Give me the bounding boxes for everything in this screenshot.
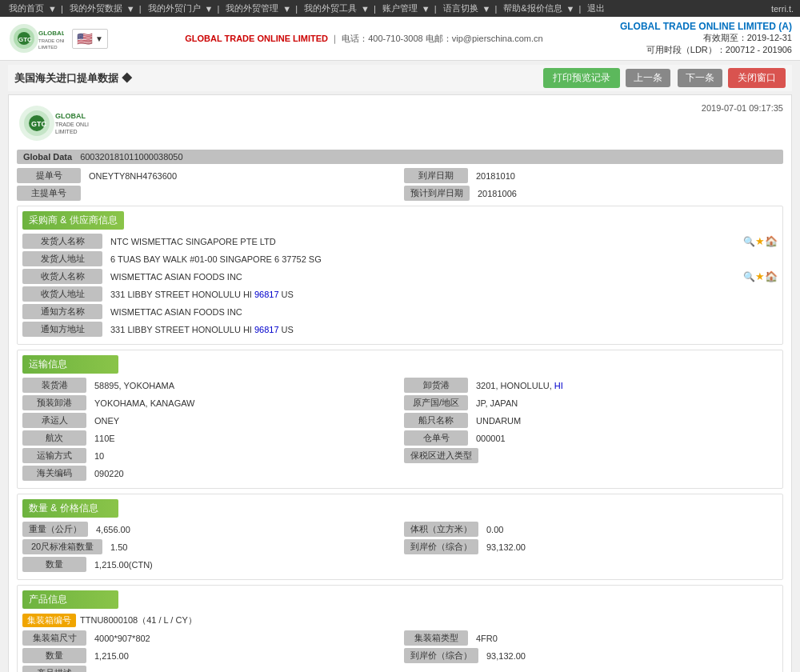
volume-value: 0.00 xyxy=(482,523,778,536)
notify-name-row: 通知方名称 WISMETTAC ASIAN FOODS INC xyxy=(22,304,778,319)
product-price-col: 到岸价（综合） 93,132.00 xyxy=(404,648,778,663)
contact-phone: ｜ 电话：400-710-3008 xyxy=(330,34,423,43)
container-type-label: 集装箱类型 xyxy=(404,630,468,646)
container-type-col: 集装箱类型 4FR0 xyxy=(404,630,778,646)
svg-text:TRADE ONLINE: TRADE ONLINE xyxy=(55,122,89,127)
bill-no-label: 提单号 xyxy=(17,168,81,183)
consignee-home-icon[interactable]: 🏠 xyxy=(765,270,778,282)
nav-logout[interactable]: 退出 xyxy=(587,2,605,14)
next-button-top[interactable]: 下一条 xyxy=(678,69,722,87)
customs-label: 海关编码 xyxy=(22,466,86,481)
shipper-star-icon[interactable]: ★ xyxy=(755,235,765,247)
load-place-col: 预装卸港 YOKOHAMA, KANAGAW xyxy=(22,395,396,410)
buyer-seller-section: 采购商 & 供应商信息 发货人名称 NTC WISMETTAC SINGAPOR… xyxy=(17,206,783,345)
transport-mode-value: 10 xyxy=(90,450,396,462)
carrier-value: ONEY xyxy=(90,414,396,427)
est-date-label: 预计到岸日期 xyxy=(404,186,470,201)
consignee-addr-hi: 96817 xyxy=(254,290,279,299)
nav-tools[interactable]: 我的外贸工具 xyxy=(304,2,357,14)
origin-value: JP, JAPAN xyxy=(472,397,778,410)
global-data-section: Global Data 600320181011000038050 提单号 ON… xyxy=(17,150,783,201)
transport-row1: 装货港 58895, YOKOHAMA 卸货港 3201, HONOLULU, … xyxy=(22,378,778,393)
date-value: 20181010 xyxy=(472,170,783,182)
svg-text:GTC: GTC xyxy=(18,36,32,43)
date-col: 到岸日期 20181010 xyxy=(404,168,783,183)
load-port-col: 装货港 58895, YOKOHAMA xyxy=(22,378,396,393)
customs-row: 海关编码 090220 xyxy=(22,466,778,481)
date-label: 到岸日期 xyxy=(404,168,468,183)
nav-portal[interactable]: 我的外贸门户 xyxy=(148,2,201,14)
quantity-price-header: 数量 & 价格信息 xyxy=(22,499,118,518)
consignee-search-icon[interactable]: 🔍 xyxy=(743,271,755,282)
consignee-addr-post: US xyxy=(279,290,294,299)
notify-addr-value: 331 LIBBY STREET HONOLULU HI 96817 US xyxy=(106,323,778,336)
qty-row1: 重量（公斤） 4,656.00 体积（立方米） 0.00 xyxy=(22,522,778,537)
nav-home[interactable]: 我的首页 xyxy=(9,2,44,14)
vessel-value: UNDARUM xyxy=(472,414,778,427)
notify-value: WISMETTAC ASIAN FOODS INC xyxy=(106,306,778,318)
prev-button-top[interactable]: 上一条 xyxy=(626,69,670,87)
consignee-star-icon[interactable]: ★ xyxy=(755,270,765,282)
svg-text:GLOBAL: GLOBAL xyxy=(55,112,86,120)
load-place-value: YOKOHAMA, KANAGAW xyxy=(90,397,396,410)
weight-value: 4,656.00 xyxy=(92,523,396,536)
volume-col: 体积（立方米） 0.00 xyxy=(404,522,778,537)
qty-label: 数量 xyxy=(22,557,86,572)
transport-section: 运输信息 装货港 58895, YOKOHAMA 卸货港 3201, HONOL… xyxy=(17,350,783,489)
voyage-label: 航次 xyxy=(22,430,86,446)
print-preview-button-top[interactable]: 打印预览记录 xyxy=(543,68,620,88)
transport-row3: 承运人 ONEY 船只名称 UNDARUM xyxy=(22,413,778,428)
product-qty-label: 数量 xyxy=(22,648,86,663)
shipper-home-icon[interactable]: 🏠 xyxy=(765,235,778,247)
master-bill-col: 主提单号 xyxy=(17,186,396,201)
quantity-price-section: 数量 & 价格信息 重量（公斤） 4,656.00 体积（立方米） 0.00 2… xyxy=(17,494,783,580)
est-date-col: 预计到岸日期 20181006 xyxy=(404,186,783,201)
bonded-col: 保税区进入类型 xyxy=(404,448,778,463)
shipper-label: 发货人名称 xyxy=(22,234,102,249)
transport-header: 运输信息 xyxy=(22,355,118,374)
vessel-label: 船只名称 xyxy=(404,413,468,428)
master-bill-value xyxy=(85,192,396,195)
origin-col: 原产国/地区 JP, JAPAN xyxy=(404,395,778,410)
nav-help[interactable]: 帮助&报价信息 xyxy=(503,2,562,14)
global-data-bar: Global Data 600320181011000038050 xyxy=(17,150,783,164)
doc-logo-svg: GTC GLOBAL TRADE ONLINE LIMITED xyxy=(17,103,89,143)
account-valid: 有效期至：2019-12-31 xyxy=(620,32,792,44)
company-name: GLOBAL TRADE ONLINE LIMITED xyxy=(185,34,328,43)
bill-no-value: ONEYTY8NH4763600 xyxy=(85,170,396,182)
header-contact: GLOBAL TRADE ONLINE LIMITED ｜ 电话：400-710… xyxy=(185,33,542,45)
unit-price-label: 到岸价（综合） xyxy=(404,539,478,554)
transport-row5: 运输方式 10 保税区进入类型 xyxy=(22,448,778,463)
unit-price-value: 93,132.00 xyxy=(482,541,778,554)
product-qty-col: 数量 1,215.00 xyxy=(22,648,396,663)
product-price-label: 到岸价（综合） xyxy=(404,648,478,663)
voyage-col: 航次 110E xyxy=(22,430,396,446)
est-date-value: 20181006 xyxy=(474,187,783,200)
shipper-addr-value: 6 TUAS BAY WALK #01-00 SINGAPORE 6 37752… xyxy=(106,253,778,266)
transport-row4: 航次 110E 仓单号 000001 xyxy=(22,430,778,446)
consignee-addr-pre: 331 LIBBY STREET HONOLULU HI xyxy=(110,290,254,299)
consignee-value: WISMETTAC ASIAN FOODS INC xyxy=(106,270,741,283)
nav-management[interactable]: 我的外贸管理 xyxy=(226,2,278,14)
buyer-seller-header: 采购商 & 供应商信息 xyxy=(22,211,124,230)
nav-trade-data[interactable]: 我的外贸数据 xyxy=(70,2,122,14)
shipper-search-icon[interactable]: 🔍 xyxy=(743,236,755,247)
volume-label: 体积（立方米） xyxy=(404,522,478,537)
language-selector[interactable]: 🇺🇸 ▼ xyxy=(72,29,108,49)
notify-addr-row: 通知方地址 331 LIBBY STREET HONOLULU HI 96817… xyxy=(22,322,778,337)
load-place-label: 预装卸港 xyxy=(22,395,86,410)
header-account-info: GLOBAL TRADE ONLINE LIMITED (A) 有效期至：201… xyxy=(620,21,792,56)
main-content: 美国海关进口提单数据 ◆ 打印预览记录 上一条 下一条 关闭窗口 GTC GLO… xyxy=(0,61,800,672)
top-navigation: 我的首页 ▼ | 我的外贸数据 ▼ | 我的外贸门户 ▼ | 我的外贸管理 ▼ … xyxy=(0,0,800,17)
voyage-value: 110E xyxy=(90,432,396,445)
bill-no-col: 提单号 ONEYTY8NH4763600 xyxy=(17,168,396,183)
nav-account[interactable]: 账户管理 xyxy=(382,2,418,14)
product-section: 产品信息 集装箱编号 TTNU8000108（41 / L / CY） 集装箱尺… xyxy=(17,585,783,672)
product-header: 产品信息 xyxy=(22,590,118,609)
notify-addr-hi: 96817 xyxy=(254,325,279,334)
close-button-top[interactable]: 关闭窗口 xyxy=(728,68,786,88)
load-port-value: 58895, YOKOHAMA xyxy=(90,379,396,392)
nav-language[interactable]: 语言切换 xyxy=(443,2,478,14)
svg-text:GTC: GTC xyxy=(31,120,46,128)
product-desc-row: 产品描述 xyxy=(22,666,778,672)
